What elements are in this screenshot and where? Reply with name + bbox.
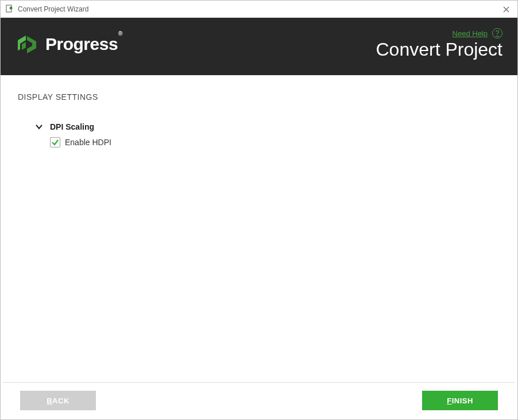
close-button[interactable]: [500, 3, 512, 15]
help-link[interactable]: Need Help ?: [453, 28, 502, 38]
wizard-title: Convert Project: [376, 39, 502, 60]
enable-hdpi-label: Enable HDPI: [65, 138, 111, 147]
wizard-content: DISPLAY SETTINGS DPI Scaling Enable HDPI: [1, 75, 517, 382]
back-button[interactable]: BACK: [20, 391, 96, 410]
chevron-down-icon: [35, 123, 43, 131]
enable-hdpi-checkbox[interactable]: [50, 137, 60, 147]
wizard-footer: BACK FINISH: [3, 382, 515, 419]
app-icon: [5, 5, 14, 14]
window-title: Convert Project Wizard: [18, 5, 88, 13]
group-toggle[interactable]: DPI Scaling: [35, 122, 500, 131]
titlebar: Convert Project Wizard: [1, 1, 517, 18]
wizard-header: Progress® Need Help ? Convert Project: [1, 18, 517, 75]
brand-name: Progress®: [45, 34, 122, 54]
section-heading: DISPLAY SETTINGS: [18, 92, 500, 102]
group-title: DPI Scaling: [50, 122, 94, 131]
brand-logo: Progress®: [16, 34, 122, 55]
help-icon: ?: [492, 28, 502, 38]
dpi-scaling-group: DPI Scaling Enable HDPI: [35, 122, 500, 147]
enable-hdpi-row: Enable HDPI: [50, 137, 500, 147]
help-label: Need Help: [453, 29, 488, 38]
finish-button[interactable]: FINISH: [422, 391, 498, 410]
progress-logo-icon: [16, 34, 40, 55]
